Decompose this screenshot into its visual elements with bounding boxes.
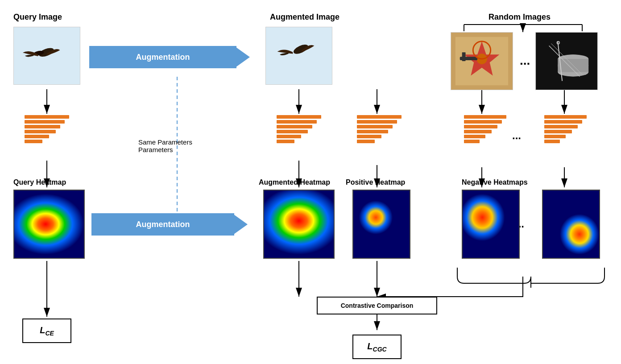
random-images-label: Random Images — [489, 12, 551, 22]
svg-rect-24 — [266, 27, 332, 84]
diagram: Query Image Augmented Image Random Image… — [0, 0, 621, 364]
pos-feature-stack — [357, 115, 402, 143]
random-image-1 — [451, 32, 513, 90]
neg-feature-stack-2 — [544, 115, 587, 143]
positive-heatmap-label: Positive Heatmap — [346, 178, 405, 186]
negative-heatmap-1 — [462, 190, 520, 259]
positive-heatmap — [352, 190, 410, 259]
neg-feature-stack-1 — [464, 115, 506, 143]
query-heatmap-label: Query Heatmap — [13, 178, 66, 186]
query-heatmap — [13, 190, 85, 259]
negative-heatmap-2 — [542, 190, 600, 259]
svg-rect-31 — [462, 52, 466, 61]
augmented-heatmap-label: Augmented Heatmap — [259, 178, 330, 186]
dots-feature-stacks: ... — [512, 129, 521, 142]
query-image-label: Query Image — [13, 12, 62, 22]
dots-random-images: ... — [520, 54, 530, 68]
negative-heatmaps-label: Negative Heatmaps — [462, 178, 528, 186]
random-image-2 — [535, 32, 598, 90]
same-parameters-label: Same Parameters Parameters — [138, 138, 192, 153]
augmentation-label-2: Augmentation — [136, 220, 190, 229]
query-image — [13, 27, 80, 85]
augmentation-label-1: Augmentation — [136, 53, 190, 62]
augmented-image-label: Augmented Image — [270, 12, 339, 22]
aug-feature-stack — [277, 115, 321, 143]
l-ce-box: LCE — [22, 318, 71, 343]
l-cgc-box: LCGC — [352, 335, 402, 359]
augmented-heatmap — [263, 190, 335, 259]
contrastive-comparison-box: Contrastive Comparison — [317, 297, 437, 314]
neg-heatmaps-brace — [455, 265, 607, 288]
augmented-image — [265, 27, 332, 85]
query-feature-stack — [25, 115, 69, 143]
